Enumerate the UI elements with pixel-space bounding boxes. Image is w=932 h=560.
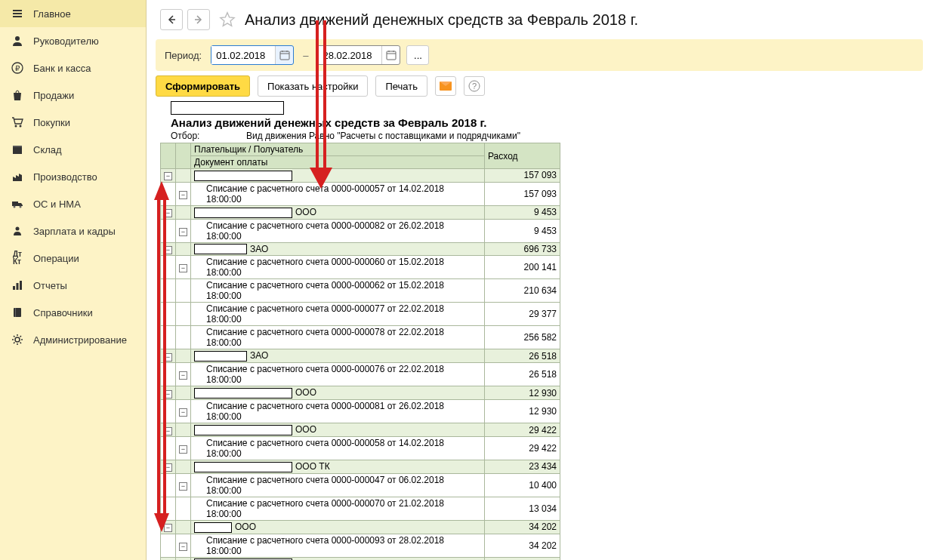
sidebar-item-0[interactable]: Главное — [0, 0, 146, 27]
toolbar: Сформировать Показать настройки Печать ? — [156, 75, 923, 97]
sidebar-label: Зарплата и кадры — [33, 226, 116, 237]
sidebar-item-3[interactable]: Продажи — [0, 82, 146, 109]
collapse-icon[interactable]: − — [164, 353, 172, 362]
help-button[interactable]: ? — [464, 76, 485, 96]
bag-icon — [11, 88, 24, 102]
gear-icon — [11, 333, 24, 346]
doc-row-5-0[interactable]: −Списание с расчетного счета 0000-000058… — [161, 436, 560, 460]
svg-point-12 — [20, 206, 22, 208]
print-button[interactable]: Печать — [375, 75, 427, 97]
page-title: Анализ движений денежных средств за Февр… — [245, 11, 638, 29]
sidebar-label: Администрирование — [33, 334, 127, 346]
report-filter: Отбор: Вид движения Равно "Расчеты с пос… — [171, 131, 918, 141]
svg-rect-16 — [20, 281, 22, 290]
email-button[interactable] — [435, 76, 456, 96]
svg-rect-22 — [280, 51, 289, 60]
favorite-star-icon[interactable] — [219, 11, 236, 28]
person-icon — [11, 224, 24, 238]
svg-point-6 — [15, 125, 17, 128]
date-to-input[interactable] — [318, 46, 381, 64]
period-more-button[interactable]: ... — [406, 45, 429, 65]
group-row-6[interactable]: −ООО ТК23 434 — [161, 460, 560, 473]
doc-text: Списание с расчетного счета 0000-000093 … — [191, 534, 485, 557]
sidebar-item-7[interactable]: ОС и НМА — [0, 190, 146, 217]
calendar-to-button[interactable] — [381, 46, 400, 64]
sidebar-item-8[interactable]: Зарплата и кадры — [0, 217, 146, 245]
collapse-icon[interactable]: − — [179, 482, 187, 491]
collapse-icon[interactable]: − — [179, 408, 187, 417]
doc-row-1-0[interactable]: −Списание с расчетного счета 0000-000082… — [161, 219, 560, 242]
group-value: 34 202 — [485, 520, 560, 534]
sidebar-item-6[interactable]: Производство — [0, 163, 146, 190]
collapse-icon[interactable]: − — [164, 209, 172, 217]
collapse-icon[interactable]: − — [164, 427, 172, 435]
tree-header-2 — [176, 143, 191, 169]
generate-button[interactable]: Сформировать — [156, 75, 250, 97]
collapse-icon[interactable]: − — [164, 246, 172, 254]
col-document: Документ оплаты — [191, 156, 485, 169]
arrow-left-icon — [166, 14, 177, 25]
show-settings-button[interactable]: Показать настройки — [258, 75, 368, 97]
box-icon — [11, 143, 24, 156]
period-bar: Период: – ... — [156, 39, 923, 71]
group-value: 26 518 — [485, 349, 560, 363]
doc-row-2-2[interactable]: Списание с расчетного счета 0000-000077 … — [161, 303, 560, 326]
doc-row-6-0[interactable]: −Списание с расчетного счета 0000-000047… — [161, 473, 560, 497]
collapse-icon[interactable]: − — [179, 371, 187, 380]
sidebar-label: ОС и НМА — [33, 198, 81, 210]
doc-row-6-1[interactable]: Списание с расчетного счета 0000-000070 … — [161, 497, 560, 520]
doc-value: 210 634 — [485, 279, 560, 303]
sidebar-label: Отчеты — [33, 280, 67, 291]
date-from-input[interactable] — [211, 46, 275, 64]
doc-row-0-0[interactable]: −Списание с расчетного счета 0000-000057… — [161, 182, 560, 205]
group-row-5[interactable]: −ООО29 422 — [161, 423, 560, 437]
svg-text:₽: ₽ — [15, 64, 20, 72]
sidebar-item-2[interactable]: ₽Банк и касса — [0, 54, 146, 82]
back-button[interactable] — [160, 9, 183, 30]
doc-row-7-0[interactable]: −Списание с расчетного счета 0000-000093… — [161, 534, 560, 557]
sidebar-label: Производство — [33, 171, 97, 183]
sidebar-item-4[interactable]: Покупки — [0, 109, 146, 136]
doc-value: 34 202 — [485, 534, 560, 557]
doc-row-2-0[interactable]: −Списание с расчетного счета 0000-000060… — [161, 256, 560, 279]
collapse-icon[interactable]: − — [179, 543, 187, 551]
doc-row-3-0[interactable]: −Списание с расчетного счета 0000-000076… — [161, 363, 560, 386]
collapse-icon[interactable]: − — [179, 191, 187, 199]
sidebar-item-12[interactable]: Администрирование — [0, 326, 146, 353]
sidebar-item-1[interactable]: Руководителю — [0, 27, 146, 54]
collapse-icon[interactable]: − — [164, 463, 172, 472]
group-row-7[interactable]: −ООО34 202 — [161, 520, 560, 534]
group-row-8[interactable]: −23 695 — [161, 557, 560, 560]
group-row-2[interactable]: −ЗАО696 733 — [161, 242, 560, 256]
collapse-icon[interactable]: − — [179, 264, 187, 272]
group-row-4[interactable]: −ООО12 930 — [161, 386, 560, 400]
group-row-3[interactable]: −ЗАО26 518 — [161, 349, 560, 363]
group-row-0[interactable]: −157 093 — [161, 169, 560, 183]
sidebar-item-10[interactable]: Отчеты — [0, 272, 146, 299]
doc-value: 9 453 — [485, 219, 560, 242]
report-body: Анализ движений денежных средств за Февр… — [160, 101, 918, 560]
collapse-icon[interactable]: − — [164, 172, 172, 180]
menu-icon — [11, 7, 24, 20]
doc-row-2-3[interactable]: Списание с расчетного счета 0000-000078 … — [161, 326, 560, 349]
doc-value: 29 377 — [485, 303, 560, 326]
collapse-icon[interactable]: − — [164, 390, 172, 398]
doc-text: Списание с расчетного счета 0000-000081 … — [191, 400, 485, 423]
doc-row-2-1[interactable]: Списание с расчетного счета 0000-000062 … — [161, 279, 560, 303]
main-area: Анализ движений денежных средств за Февр… — [147, 0, 932, 560]
doc-row-4-0[interactable]: −Списание с расчетного счета 0000-000081… — [161, 400, 560, 423]
calendar-icon — [386, 50, 397, 60]
group-name: ООО — [191, 520, 485, 534]
sidebar-item-9[interactable]: ДтКтОперации — [0, 245, 146, 272]
sidebar-item-11[interactable]: Справочники — [0, 299, 146, 326]
sidebar-item-5[interactable]: Склад — [0, 136, 146, 163]
forward-button[interactable] — [187, 9, 210, 30]
collapse-icon[interactable]: − — [164, 524, 172, 532]
collapse-icon[interactable]: − — [179, 228, 187, 236]
svg-rect-9 — [13, 146, 22, 147]
collapse-icon[interactable]: − — [179, 445, 187, 454]
group-name: ООО ТК — [191, 460, 485, 473]
calendar-from-button[interactable] — [275, 46, 293, 64]
group-row-1[interactable]: −ООО9 453 — [161, 205, 560, 219]
envelope-icon — [440, 82, 452, 91]
